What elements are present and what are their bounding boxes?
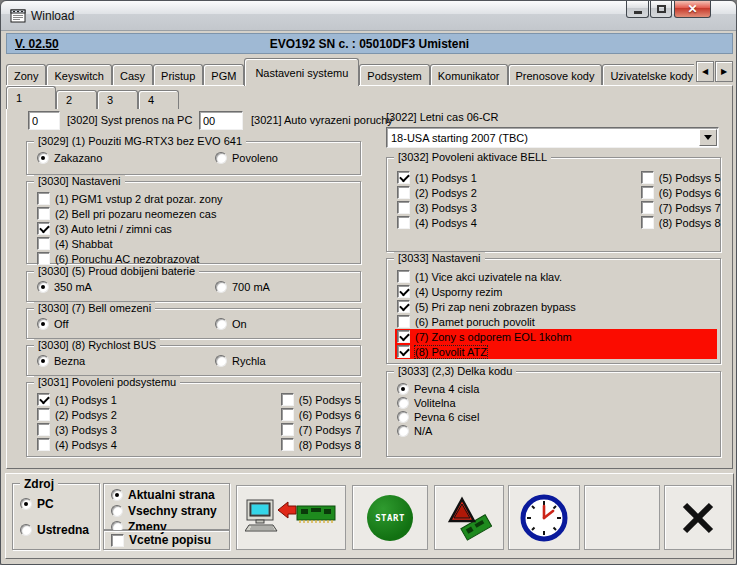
tab-keyswitch[interactable]: Keyswitch bbox=[46, 64, 112, 86]
radio-vsechny-strany[interactable]: Vsechny strany bbox=[109, 503, 229, 519]
checkbox-icon[interactable] bbox=[37, 192, 50, 205]
checkbox-vcetne-popisu[interactable]: Vcetne popisu bbox=[109, 532, 229, 548]
radio-povoleno[interactable]: Povoleno bbox=[213, 151, 280, 165]
checkbox-icon[interactable] bbox=[37, 222, 50, 235]
checkbox-icon[interactable] bbox=[281, 393, 294, 406]
checkbox-3032-podsys1[interactable]: (1) Podsys 1 bbox=[395, 170, 479, 185]
radio-icon[interactable] bbox=[37, 355, 49, 367]
title-bar[interactable]: Winload ✕ bbox=[1, 1, 736, 31]
checkbox-3031-podsys2[interactable]: (2) Podsys 2 bbox=[35, 407, 119, 422]
checkbox-icon[interactable] bbox=[641, 186, 654, 199]
radio-pevna-6-cisel[interactable]: Pevna 6 cisel bbox=[395, 410, 720, 424]
clock-button[interactable] bbox=[508, 485, 580, 550]
radio-icon[interactable] bbox=[397, 411, 409, 423]
checkbox-icon[interactable] bbox=[281, 423, 294, 436]
tab-pristup[interactable]: Pristup bbox=[153, 64, 203, 86]
radio-zdroj-pc[interactable]: PC bbox=[18, 496, 99, 512]
checkbox-bypass[interactable]: (5) Pri zap neni zobrazen bypass bbox=[395, 299, 720, 314]
tab-uzivatelske-kody[interactable]: Uzivatelske kody bbox=[602, 64, 694, 86]
subtab-1[interactable]: 1 bbox=[6, 86, 56, 109]
checkbox-bell-pozar[interactable]: (2) Bell pri pozaru neomezen cas bbox=[35, 206, 360, 221]
syst-prenos-input[interactable] bbox=[28, 111, 60, 130]
checkbox-icon[interactable] bbox=[37, 438, 50, 451]
checkbox-icon[interactable] bbox=[37, 408, 50, 421]
close-button[interactable]: ✕ bbox=[674, 1, 711, 18]
checkbox-icon[interactable] bbox=[37, 252, 50, 265]
verify-button[interactable] bbox=[434, 485, 504, 550]
radio-icon[interactable] bbox=[20, 498, 32, 510]
radio-icon[interactable] bbox=[215, 318, 227, 330]
checkbox-icon[interactable] bbox=[37, 237, 50, 250]
checkbox-3032-podsys2[interactable]: (2) Podsys 2 bbox=[395, 185, 479, 200]
receive-from-panel-button[interactable] bbox=[236, 485, 346, 550]
checkbox-3032-podsys7[interactable]: (7) Podsys 7 bbox=[639, 200, 723, 215]
maximize-button[interactable] bbox=[650, 1, 672, 18]
radio-icon[interactable] bbox=[111, 505, 123, 517]
radio-700ma[interactable]: 700 mA bbox=[213, 280, 272, 294]
checkbox-povolit-atz[interactable]: (8) Povolit ATZ bbox=[395, 344, 717, 359]
tab-podsystem[interactable]: Podsystem bbox=[359, 64, 429, 86]
checkbox-pgm1-vstup[interactable]: (1) PGM1 vstup 2 drat pozar. zony bbox=[35, 191, 360, 206]
checkbox-icon[interactable] bbox=[641, 201, 654, 214]
checkbox-vice-akci[interactable]: (1) Vice akci uzivatele na klav. bbox=[395, 269, 720, 284]
checkbox-zony-eol[interactable]: (7) Zony s odporem EOL 1kohm bbox=[395, 329, 717, 344]
checkbox-3032-podsys8[interactable]: (8) Podsys 8 bbox=[639, 215, 723, 230]
radio-350ma[interactable]: 350 mA bbox=[35, 280, 205, 294]
checkbox-shabbat[interactable]: (4) Shabbat bbox=[35, 236, 360, 251]
checkbox-icon[interactable] bbox=[641, 216, 654, 229]
tab-casy[interactable]: Casy bbox=[112, 64, 153, 86]
radio-pevna-4-cisla[interactable]: Pevna 4 cisla bbox=[395, 382, 720, 396]
checkbox-icon[interactable] bbox=[397, 270, 410, 283]
radio-na[interactable]: N/A bbox=[395, 424, 720, 438]
checkbox-icon[interactable] bbox=[37, 393, 50, 406]
checkbox-icon[interactable] bbox=[397, 216, 410, 229]
checkbox-poruchu-ac[interactable]: (6) Poruchu AC nezobrazovat bbox=[35, 251, 360, 266]
auto-vyrazeni-input[interactable] bbox=[199, 111, 243, 130]
checkbox-icon[interactable] bbox=[397, 171, 410, 184]
checkbox-icon[interactable] bbox=[397, 330, 410, 343]
checkbox-3031-podsys8[interactable]: (8) Podsys 8 bbox=[279, 437, 363, 452]
radio-zdroj-ustredna[interactable]: Ustredna bbox=[18, 522, 99, 538]
radio-icon[interactable] bbox=[397, 425, 409, 437]
checkbox-3031-podsys6[interactable]: (6) Podsys 6 bbox=[279, 407, 363, 422]
checkbox-icon[interactable] bbox=[111, 534, 124, 547]
radio-icon[interactable] bbox=[37, 152, 49, 164]
radio-bell-off[interactable]: Off bbox=[35, 317, 205, 331]
checkbox-3031-podsys7[interactable]: (7) Podsys 7 bbox=[279, 422, 363, 437]
subtab-4[interactable]: 4 bbox=[138, 90, 179, 109]
checkbox-3031-podsys5[interactable]: (5) Podsys 5 bbox=[279, 392, 363, 407]
radio-icon[interactable] bbox=[215, 281, 227, 293]
checkbox-3031-podsys1[interactable]: (1) Podsys 1 bbox=[35, 392, 119, 407]
checkbox-3032-podsys3[interactable]: (3) Podsys 3 bbox=[395, 200, 479, 215]
checkbox-icon[interactable] bbox=[397, 186, 410, 199]
radio-icon[interactable] bbox=[37, 281, 49, 293]
radio-zakazano[interactable]: Zakazano bbox=[35, 151, 205, 165]
tab-scroll-left-button[interactable]: ◀ bbox=[696, 61, 714, 82]
checkbox-icon[interactable] bbox=[397, 345, 410, 358]
checkbox-icon[interactable] bbox=[397, 285, 410, 298]
exit-button[interactable] bbox=[664, 485, 732, 550]
start-button[interactable]: START bbox=[352, 485, 428, 550]
checkbox-auto-letni-cas[interactable]: (3) Auto letni / zimni cas bbox=[35, 221, 360, 236]
radio-icon[interactable] bbox=[37, 318, 49, 330]
tab-pgm[interactable]: PGM bbox=[203, 64, 244, 86]
checkbox-icon[interactable] bbox=[397, 315, 410, 328]
tab-prenosove-kody[interactable]: Prenosove kody bbox=[508, 64, 603, 86]
radio-volitelna[interactable]: Volitelna bbox=[395, 396, 720, 410]
minimize-button[interactable] bbox=[626, 1, 649, 18]
checkbox-3032-podsys6[interactable]: (6) Podsys 6 bbox=[639, 185, 723, 200]
checkbox-pamet-poruch[interactable]: (6) Pamet poruch povolit bbox=[395, 314, 720, 329]
checkbox-icon[interactable] bbox=[37, 207, 50, 220]
checkbox-icon[interactable] bbox=[641, 171, 654, 184]
checkbox-usporny-rezim[interactable]: (4) Usporny rezim bbox=[395, 284, 720, 299]
radio-icon[interactable] bbox=[215, 152, 227, 164]
checkbox-icon[interactable] bbox=[397, 300, 410, 313]
checkbox-icon[interactable] bbox=[281, 408, 294, 421]
tab-scroll-right-button[interactable]: ▶ bbox=[715, 61, 733, 82]
checkbox-icon[interactable] bbox=[397, 201, 410, 214]
checkbox-3031-podsys3[interactable]: (3) Podsys 3 bbox=[35, 422, 119, 437]
radio-icon[interactable] bbox=[215, 355, 227, 367]
subtab-2[interactable]: 2 bbox=[56, 90, 97, 109]
checkbox-icon[interactable] bbox=[281, 438, 294, 451]
radio-aktualni-strana[interactable]: Aktualni strana bbox=[109, 487, 229, 503]
